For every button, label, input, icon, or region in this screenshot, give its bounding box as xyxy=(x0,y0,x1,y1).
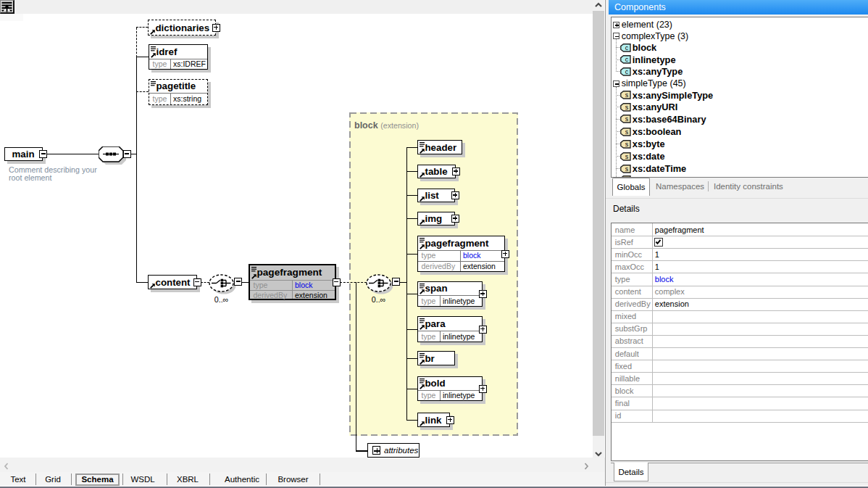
svg-text:c: c xyxy=(625,68,629,75)
svg-text:s: s xyxy=(625,115,629,123)
svg-text:c: c xyxy=(625,56,629,63)
svg-text:s: s xyxy=(625,165,629,173)
svg-text:s: s xyxy=(625,104,629,111)
svg-text:s: s xyxy=(625,141,629,148)
svg-text:s: s xyxy=(625,153,629,160)
svg-text:s: s xyxy=(625,128,629,136)
svg-text:s: s xyxy=(625,91,629,99)
svg-text:c: c xyxy=(625,44,629,51)
